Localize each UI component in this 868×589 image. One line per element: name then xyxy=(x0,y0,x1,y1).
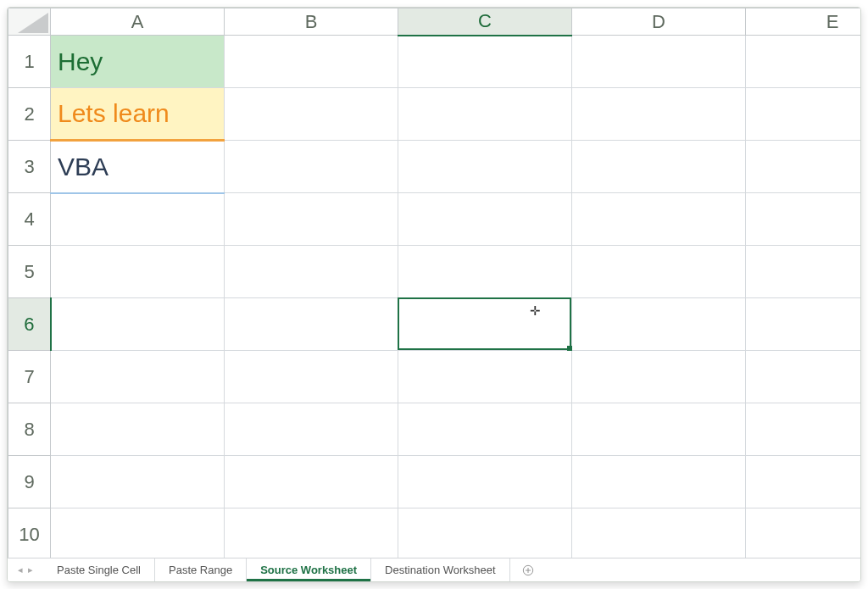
add-sheet-button[interactable] xyxy=(510,558,546,581)
row-header-3[interactable]: 3 xyxy=(8,141,51,193)
cell-A2[interactable]: Lets learn xyxy=(51,88,225,141)
cell-C5[interactable] xyxy=(398,246,572,298)
cell-A1[interactable]: Hey xyxy=(51,36,225,88)
sheet-tab-source-worksheet[interactable]: Source Worksheet xyxy=(247,558,371,581)
cell-B7[interactable] xyxy=(225,351,398,403)
row-header-1[interactable]: 1 xyxy=(8,36,51,88)
cell-E9[interactable] xyxy=(746,456,861,508)
row-header-10[interactable]: 10 xyxy=(8,508,51,558)
row-header-7[interactable]: 7 xyxy=(8,351,51,403)
sheet-nav-next-icon[interactable]: ▸ xyxy=(28,564,33,575)
cell-A5[interactable] xyxy=(51,246,225,298)
cell-E1[interactable] xyxy=(746,36,861,88)
cell-D6[interactable] xyxy=(572,298,746,351)
cell-C4[interactable] xyxy=(398,193,572,246)
cell-A3[interactable]: VBA xyxy=(51,141,225,193)
cell-C8[interactable] xyxy=(398,403,572,456)
cell-E5[interactable] xyxy=(746,246,861,298)
sheet-tab-paste-single-cell[interactable]: Paste Single Cell xyxy=(43,558,155,581)
row-header-4[interactable]: 4 xyxy=(8,193,51,246)
cell-B4[interactable] xyxy=(225,193,398,246)
sheet-tab-bar: ◂ ▸ Paste Single Cell Paste Range Source… xyxy=(8,558,860,581)
cell-E4[interactable] xyxy=(746,193,861,246)
cell-C7[interactable] xyxy=(398,351,572,403)
row-header-6[interactable]: 6 xyxy=(8,298,51,351)
cell-D9[interactable] xyxy=(572,456,746,508)
cell-B9[interactable] xyxy=(225,456,398,508)
cell-A10[interactable] xyxy=(51,508,225,558)
cell-E6[interactable] xyxy=(746,298,861,351)
cell-D3[interactable] xyxy=(572,141,746,193)
select-all-corner[interactable] xyxy=(8,8,51,36)
cell-D5[interactable] xyxy=(572,246,746,298)
spreadsheet-grid[interactable]: A B C D E 1 Hey 2 Lets lea xyxy=(8,8,860,558)
cell-C9[interactable] xyxy=(398,456,572,508)
cell-C6[interactable] xyxy=(398,298,572,351)
sheet-tab-destination-worksheet[interactable]: Destination Worksheet xyxy=(371,558,510,581)
cell-C3[interactable] xyxy=(398,141,572,193)
row-header-5[interactable]: 5 xyxy=(8,246,51,298)
cell-D8[interactable] xyxy=(572,403,746,456)
cell-E8[interactable] xyxy=(746,403,861,456)
col-header-C[interactable]: C xyxy=(398,8,572,36)
cell-E3[interactable] xyxy=(746,141,861,193)
col-header-B[interactable]: B xyxy=(225,8,398,36)
cell-A7[interactable] xyxy=(51,351,225,403)
cell-D7[interactable] xyxy=(572,351,746,403)
cell-D1[interactable] xyxy=(572,36,746,88)
cell-D4[interactable] xyxy=(572,193,746,246)
cell-B6[interactable] xyxy=(225,298,398,351)
sheet-nav-prev-icon[interactable]: ◂ xyxy=(18,564,23,575)
plus-circle-icon xyxy=(522,564,534,576)
col-header-A[interactable]: A xyxy=(51,8,225,36)
cell-B5[interactable] xyxy=(225,246,398,298)
cell-C1[interactable] xyxy=(398,36,572,88)
spreadsheet-window: A B C D E 1 Hey 2 Lets lea xyxy=(7,7,861,582)
cell-E2[interactable] xyxy=(746,88,861,141)
cell-B8[interactable] xyxy=(225,403,398,456)
cell-A9[interactable] xyxy=(51,456,225,508)
cell-C10[interactable] xyxy=(398,508,572,558)
col-header-E[interactable]: E xyxy=(746,8,861,36)
cell-D2[interactable] xyxy=(572,88,746,141)
cell-B3[interactable] xyxy=(225,141,398,193)
cell-C2[interactable] xyxy=(398,88,572,141)
cell-A8[interactable] xyxy=(51,403,225,456)
cell-A4[interactable] xyxy=(51,193,225,246)
cell-E10[interactable] xyxy=(746,508,861,558)
cell-B10[interactable] xyxy=(225,508,398,558)
cell-A6[interactable] xyxy=(51,298,225,351)
sheet-tab-paste-range[interactable]: Paste Range xyxy=(155,558,247,581)
sheet-nav: ◂ ▸ xyxy=(8,558,43,581)
cell-E7[interactable] xyxy=(746,351,861,403)
col-header-D[interactable]: D xyxy=(572,8,746,36)
row-header-9[interactable]: 9 xyxy=(8,456,51,508)
cell-D10[interactable] xyxy=(572,508,746,558)
cell-B1[interactable] xyxy=(225,36,398,88)
cell-B2[interactable] xyxy=(225,88,398,141)
row-header-8[interactable]: 8 xyxy=(8,403,51,456)
row-header-2[interactable]: 2 xyxy=(8,88,51,141)
grid-area[interactable]: A B C D E 1 Hey 2 Lets lea xyxy=(8,8,860,558)
